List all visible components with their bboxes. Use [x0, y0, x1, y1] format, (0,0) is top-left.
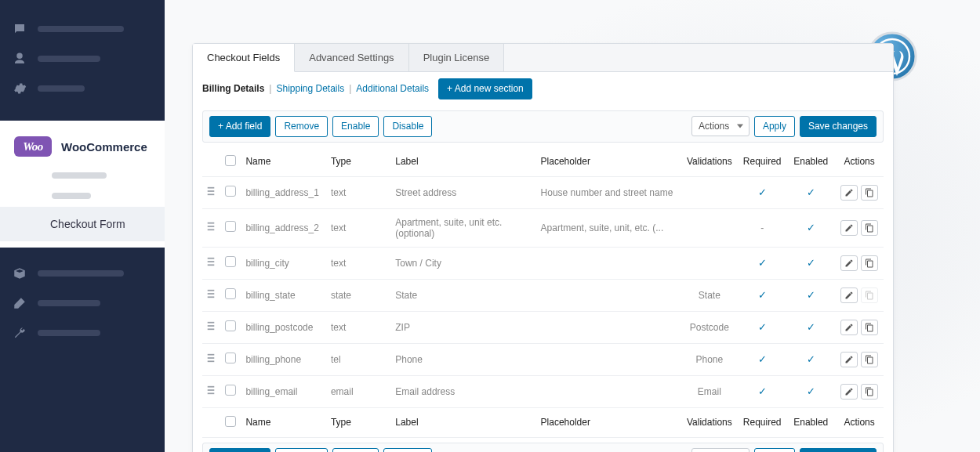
drag-handle[interactable] [207, 353, 215, 364]
svg-rect-16 [208, 329, 215, 331]
user-icon [13, 52, 27, 66]
drag-handle[interactable] [207, 321, 215, 332]
sidebar-item-stub[interactable] [0, 14, 165, 44]
table-row: billing_emailemailEmail addressEmail✓✓ [202, 375, 884, 407]
svg-rect-19 [208, 361, 215, 363]
remove-button[interactable]: Remove [275, 116, 328, 137]
edit-button[interactable] [840, 287, 858, 303]
enable-button[interactable]: Enable [332, 116, 379, 137]
section-additional[interactable]: Additional Details [356, 83, 429, 94]
table-row: billing_citytextTown / City✓✓ [202, 247, 884, 279]
svg-rect-8 [208, 258, 215, 259]
woocommerce-logo: Woo [14, 136, 52, 157]
apply-button[interactable]: Apply [754, 448, 795, 452]
sidebar-item-checkout-form[interactable]: Checkout Form [0, 207, 165, 241]
apply-button[interactable]: Apply [754, 116, 795, 137]
row-checkbox[interactable] [225, 320, 236, 331]
edit-button[interactable] [840, 220, 858, 236]
row-checkbox[interactable] [225, 186, 236, 197]
th-label: Label [390, 147, 535, 177]
sidebar-item-stub[interactable] [0, 259, 165, 288]
row-checkbox[interactable] [225, 288, 236, 299]
cell-enabled: ✓ [786, 176, 835, 208]
table-footer-row: Name Type Label Placeholder Validations … [202, 407, 884, 437]
remove-button[interactable]: Remove [275, 448, 328, 452]
row-checkbox[interactable] [225, 256, 236, 267]
add-section-button[interactable]: + Add new section [438, 78, 532, 99]
sidebar-subitem-stub[interactable] [52, 193, 91, 199]
section-nav: Billing Details | Shipping Details | Add… [193, 72, 893, 106]
toolbar-top: + Add field Remove Enable Disable Action… [202, 110, 884, 143]
table-header-row: Name Type Label Placeholder Validations … [202, 147, 884, 177]
add-field-button[interactable]: + Add field [209, 116, 270, 137]
edit-button[interactable] [840, 384, 858, 400]
save-changes-button[interactable]: Save changes [800, 116, 877, 137]
svg-rect-20 [208, 386, 215, 388]
wrench-icon [13, 326, 27, 340]
duplicate-button [861, 287, 878, 303]
th-enabled: Enabled [786, 147, 835, 177]
svg-rect-6 [208, 226, 215, 227]
drag-handle[interactable] [207, 289, 215, 300]
cell-type: text [326, 311, 390, 343]
sidebar-item-stub[interactable] [0, 288, 165, 318]
duplicate-button[interactable] [861, 384, 878, 400]
select-all-checkbox-footer[interactable] [225, 416, 236, 427]
add-field-button[interactable]: + Add field [209, 448, 270, 452]
disable-button[interactable]: Disable [383, 116, 432, 137]
cell-name: billing_postcode [241, 311, 326, 343]
svg-rect-11 [208, 290, 215, 291]
bulk-actions-select[interactable]: Actions [691, 448, 750, 452]
sidebar-item-stub[interactable] [0, 74, 165, 103]
row-checkbox[interactable] [225, 221, 236, 232]
duplicate-button[interactable] [861, 255, 878, 271]
enable-button[interactable]: Enable [332, 448, 379, 452]
edit-button[interactable] [840, 320, 858, 335]
tab-advanced-settings[interactable]: Advanced Settings [295, 44, 408, 71]
cell-placeholder: Apartment, suite, unit, etc. (... [536, 208, 681, 247]
section-shipping[interactable]: Shipping Details [276, 83, 344, 94]
cell-label: Town / City [390, 247, 535, 279]
edit-button[interactable] [840, 185, 858, 201]
select-all-checkbox[interactable] [225, 155, 236, 166]
tab-plugin-license[interactable]: Plugin License [409, 44, 505, 71]
th-type: Type [326, 147, 390, 177]
cell-name: billing_state [241, 279, 326, 311]
check-icon: ✓ [758, 186, 767, 198]
sidebar-subitem-stub[interactable] [52, 172, 107, 179]
svg-rect-18 [208, 357, 215, 359]
duplicate-button[interactable] [861, 185, 878, 201]
section-billing[interactable]: Billing Details [202, 83, 264, 94]
drag-handle[interactable] [207, 385, 215, 396]
cell-validations [681, 208, 738, 247]
drag-handle[interactable] [207, 186, 215, 197]
sidebar-item-woocommerce[interactable]: Woo WooCommerce Checkout Form [0, 121, 165, 248]
duplicate-button[interactable] [861, 220, 878, 236]
drag-handle[interactable] [207, 222, 215, 233]
cell-required: ✓ [738, 343, 786, 375]
edit-button[interactable] [840, 352, 858, 367]
edit-button[interactable] [840, 255, 858, 271]
brush-icon [13, 296, 27, 310]
cell-enabled: ✓ [786, 279, 835, 311]
save-changes-button[interactable]: Save changes [800, 448, 877, 452]
row-checkbox[interactable] [225, 385, 236, 396]
duplicate-button[interactable] [861, 352, 878, 367]
row-checkbox[interactable] [225, 353, 236, 363]
check-icon: ✓ [758, 257, 767, 269]
svg-rect-14 [208, 322, 215, 324]
bulk-actions-select[interactable]: Actions [691, 116, 750, 136]
settings-tabs: Checkout Fields Advanced Settings Plugin… [193, 44, 893, 72]
cell-name: billing_email [241, 375, 326, 407]
sidebar-item-stub[interactable] [0, 44, 165, 74]
disable-button[interactable]: Disable [383, 448, 432, 452]
th-actions: Actions [835, 147, 884, 177]
drag-handle[interactable] [207, 257, 215, 268]
tab-checkout-fields[interactable]: Checkout Fields [193, 44, 295, 72]
duplicate-button[interactable] [861, 320, 878, 335]
sidebar-item-stub[interactable] [0, 318, 165, 348]
cell-placeholder [536, 343, 681, 375]
cell-name: billing_phone [241, 343, 326, 375]
check-icon: ✓ [807, 289, 815, 301]
cell-enabled: ✓ [786, 208, 835, 247]
